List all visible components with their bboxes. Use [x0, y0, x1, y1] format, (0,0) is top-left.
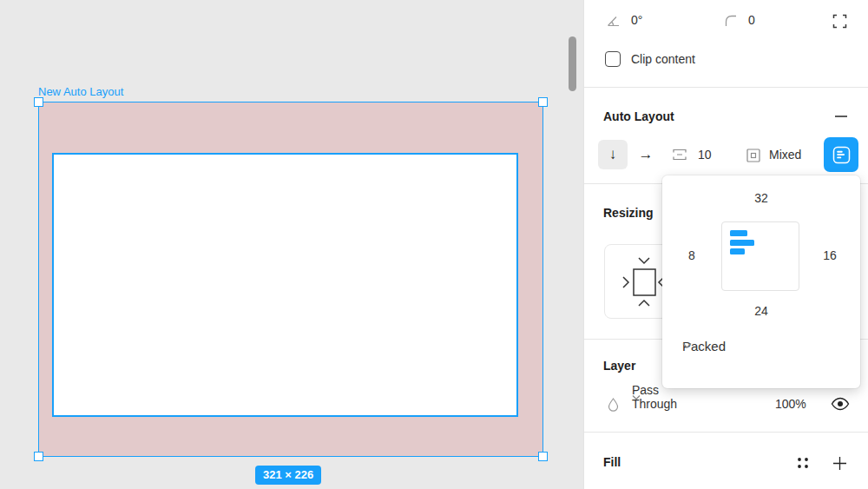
alignment-bar: [730, 248, 745, 254]
padding-right-field[interactable]: 16: [799, 248, 860, 262]
item-spacing-field[interactable]: 10: [698, 148, 712, 162]
padding-popup: 32 8 16 24 Packed: [662, 175, 860, 388]
chevron-down-icon: [682, 342, 692, 349]
selection-handle-top-right[interactable]: [538, 97, 548, 107]
canvas-scrollbar[interactable]: [569, 36, 576, 91]
divider: [584, 87, 868, 88]
size-badge: 321 × 226: [255, 466, 321, 485]
selection-handle-bottom-left[interactable]: [34, 452, 43, 461]
clip-content-checkbox[interactable]: [605, 51, 621, 67]
opacity-field[interactable]: 100%: [775, 397, 806, 411]
properties-panel: 0° 0 Clip content Auto Layout ↓ → 10 Mix…: [583, 0, 868, 489]
independent-corners-button[interactable]: [829, 10, 850, 31]
alignment-bar: [730, 240, 754, 246]
chevron-down-icon: [632, 394, 641, 400]
selection-handle-top-left[interactable]: [34, 97, 43, 107]
blend-mode-icon: [604, 395, 621, 414]
visibility-eye-icon[interactable]: [828, 394, 852, 413]
item-spacing-icon: [670, 145, 689, 164]
fill-title: Fill: [603, 455, 621, 469]
resizing-title: Resizing: [603, 206, 654, 220]
fill-styles-icon[interactable]: [791, 452, 815, 474]
padding-icon: [745, 147, 762, 164]
padding-field[interactable]: Mixed: [769, 148, 801, 162]
alignment-grid[interactable]: [721, 221, 799, 291]
direction-vertical-button[interactable]: ↓: [598, 140, 628, 169]
divider: [584, 432, 868, 433]
alignment-bar: [730, 230, 747, 236]
rotation-angle-icon: [605, 12, 622, 30]
selection-handle-bottom-right[interactable]: [538, 452, 548, 461]
direction-horizontal-button[interactable]: →: [631, 140, 661, 169]
selected-frame[interactable]: [39, 102, 542, 456]
padding-bottom-field[interactable]: 24: [662, 304, 860, 318]
padding-top-field[interactable]: 32: [662, 191, 860, 205]
rotation-field[interactable]: 0°: [631, 13, 642, 27]
padding-left-field[interactable]: 8: [662, 248, 721, 262]
canvas[interactable]: New Auto Layout 321 × 226: [0, 0, 583, 489]
add-fill-button[interactable]: [827, 452, 852, 474]
corner-radius-icon: [722, 12, 740, 30]
auto-layout-title: Auto Layout: [603, 109, 674, 123]
clip-content-label[interactable]: Clip content: [631, 52, 695, 66]
remove-auto-layout-button[interactable]: [830, 108, 852, 125]
layer-title: Layer: [603, 359, 635, 373]
alignment-settings-button[interactable]: [824, 137, 858, 172]
child-rectangle[interactable]: [52, 153, 518, 417]
corner-radius-field[interactable]: 0: [748, 13, 755, 27]
design-tool-window: New Auto Layout 321 × 226 0° 0 Clip cont…: [0, 0, 868, 489]
frame-name-label[interactable]: New Auto Layout: [38, 85, 123, 98]
